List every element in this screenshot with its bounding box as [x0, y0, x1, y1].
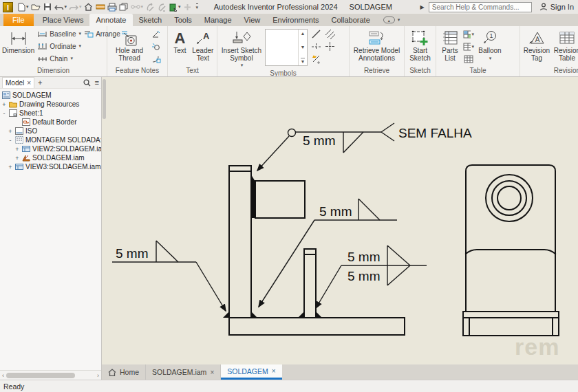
- weld-size-top[interactable]: 5 mm: [303, 133, 336, 148]
- dimension-panel-label[interactable]: Dimension: [0, 67, 107, 76]
- tree-item-drawing-resources[interactable]: + Drawing Resources: [0, 100, 101, 109]
- ribbon-display-options[interactable]: ▴ ▾: [383, 14, 400, 26]
- tab-annotate[interactable]: Annotate: [89, 14, 132, 26]
- bend-note-button[interactable]: [151, 54, 162, 64]
- redo-button[interactable]: ▾: [69, 1, 82, 12]
- inventor-logo-icon[interactable]: I: [3, 2, 13, 12]
- symbols-gallery-preview[interactable]: [266, 30, 298, 65]
- balloon-button[interactable]: 1 Balloon▾: [475, 28, 504, 67]
- start-sketch-button[interactable]: Start Sketch: [407, 28, 434, 67]
- general-table-button[interactable]: ▾: [463, 29, 474, 39]
- close-panel-icon[interactable]: ×: [27, 79, 31, 87]
- leader-text-button[interactable]: A Leader Text: [191, 28, 215, 67]
- hole-table-dropdown-icon[interactable]: ▾: [471, 44, 474, 50]
- sign-in-button[interactable]: Sign In: [539, 3, 574, 11]
- canvas-scrollbar-fragment[interactable]: [103, 79, 106, 119]
- tab-collaborate[interactable]: Collaborate: [325, 14, 376, 26]
- insert-sketch-symbol-button[interactable]: Insert Sketch Symbol▾: [220, 28, 264, 69]
- gallery-expand-icon[interactable]: ▼: [301, 58, 306, 64]
- browser-menu-icon[interactable]: ≡: [95, 78, 99, 87]
- sketch-panel-label[interactable]: Sketch: [405, 67, 436, 76]
- tree-item-iso[interactable]: + ISO: [0, 127, 101, 135]
- insert-sketch-symbol-dropdown-icon[interactable]: ▾: [241, 62, 244, 69]
- hole-table-button[interactable]: ▾: [463, 41, 474, 52]
- punch-note-button[interactable]: [151, 41, 162, 52]
- text-button[interactable]: A Text: [170, 28, 190, 67]
- caterpillar-icon[interactable]: [311, 29, 321, 42]
- new-file-button[interactable]: ▾: [17, 1, 29, 12]
- new-file-dropdown-icon[interactable]: ▾: [26, 4, 29, 10]
- undo-button[interactable]: ▾: [54, 1, 67, 12]
- center-mark-icon[interactable]: [325, 41, 335, 54]
- doc-tab-soldagem-iam[interactable]: SOLDAGEM.iam ×: [146, 364, 221, 380]
- tab-place-views[interactable]: Place Views: [36, 14, 90, 26]
- scroll-right-icon[interactable]: ›: [97, 372, 99, 379]
- general-table-dropdown-icon[interactable]: ▾: [471, 32, 474, 37]
- undo-dropdown-icon[interactable]: ▾: [65, 4, 67, 10]
- measure-button[interactable]: [96, 1, 105, 12]
- weld-size-double-bottom[interactable]: 5 mm: [347, 269, 381, 283]
- search-input[interactable]: [429, 2, 532, 12]
- balloon-dropdown-icon[interactable]: ▾: [489, 55, 492, 63]
- scrollbar-thumb[interactable]: [6, 373, 75, 378]
- ribbon-appearance-icon[interactable]: ▴: [383, 17, 395, 23]
- tree-item-view2[interactable]: + VIEW2:SOLDAGEM.iam: [0, 144, 101, 153]
- add-panel-icon[interactable]: +: [38, 78, 42, 87]
- expander-icon[interactable]: +: [8, 128, 13, 135]
- weld-tail-note[interactable]: SEM FALHA: [398, 126, 472, 140]
- expander-icon[interactable]: -: [1, 110, 7, 117]
- redo-dropdown-icon[interactable]: ▾: [79, 4, 82, 10]
- browser-horizontal-scrollbar[interactable]: ‹ ›: [0, 370, 101, 380]
- qat-customize-icon[interactable]: ▾: [196, 3, 199, 10]
- home-button[interactable]: [84, 1, 94, 12]
- hole-thread-button[interactable]: Hole and Thread: [109, 28, 149, 67]
- chamfer-note-button[interactable]: [151, 29, 162, 39]
- tab-sketch[interactable]: Sketch: [133, 14, 169, 26]
- ribbon-appearance-dropdown-icon[interactable]: ▾: [398, 17, 400, 23]
- table-panel-label[interactable]: Table: [436, 67, 520, 76]
- expander-icon[interactable]: +: [14, 146, 20, 153]
- scroll-left-icon[interactable]: ‹: [2, 372, 4, 379]
- add-quick-command-icon[interactable]: [183, 1, 193, 12]
- save-button[interactable]: [43, 1, 52, 12]
- model-panel-tab[interactable]: Model ×: [2, 77, 34, 88]
- tree-item-montagem[interactable]: - MONTAGEM SOLDADA:SOL: [0, 135, 101, 144]
- link-dropdown-icon[interactable]: ▾: [141, 4, 144, 10]
- retrieve-model-annotations-button[interactable]: Retrieve Model Annotations: [352, 28, 402, 67]
- expander-icon[interactable]: +: [14, 155, 20, 162]
- retrieve-panel-label[interactable]: Retrieve: [350, 67, 404, 76]
- baseline-button[interactable]: Baseline▾: [36, 28, 83, 40]
- revision-tag-button[interactable]: A Revision Tag: [522, 28, 551, 67]
- tree-item-soldagem-iam[interactable]: + SOLDAGEM.iam: [0, 153, 101, 162]
- weld-size-double-top[interactable]: 5 mm: [347, 250, 381, 264]
- chain-dropdown-icon[interactable]: ▾: [70, 56, 73, 61]
- new-sketch-symbol-icon[interactable]: [311, 54, 321, 67]
- feature-notes-panel-label[interactable]: Feature Notes: [107, 67, 167, 76]
- browser-search-icon[interactable]: [83, 79, 91, 87]
- weld-size-middle[interactable]: 5 mm: [319, 204, 352, 219]
- expander-icon[interactable]: +: [1, 101, 7, 108]
- drawing-canvas[interactable]: rem: [102, 77, 578, 364]
- link-button[interactable]: ▾: [131, 1, 144, 12]
- gallery-down-icon[interactable]: ▼: [301, 45, 306, 50]
- tab-view[interactable]: View: [238, 14, 267, 26]
- close-tab-icon[interactable]: ×: [272, 367, 276, 375]
- symbols-panel-label[interactable]: Symbols: [217, 69, 349, 78]
- open-button[interactable]: [31, 1, 41, 12]
- expander-icon[interactable]: +: [8, 164, 13, 171]
- search-collapse-icon[interactable]: ▶: [420, 4, 425, 10]
- parts-list-button[interactable]: Parts List: [438, 28, 462, 67]
- tab-file[interactable]: File: [3, 14, 34, 26]
- gallery-up-icon[interactable]: ▲: [301, 31, 306, 36]
- expander-icon[interactable]: -: [8, 137, 13, 144]
- copy-button[interactable]: [119, 1, 129, 12]
- local-update-button[interactable]: [145, 1, 155, 12]
- doc-tab-home[interactable]: Home: [102, 364, 146, 380]
- centerline-icon[interactable]: [311, 41, 321, 54]
- tree-item-view3[interactable]: + VIEW3:SOLDAGEM.iam: [0, 162, 101, 171]
- global-update-button[interactable]: [157, 1, 167, 12]
- revision-panel-label[interactable]: Revision: [520, 67, 578, 76]
- material-button[interactable]: ▾: [169, 1, 181, 12]
- text-panel-label[interactable]: Text: [168, 67, 217, 76]
- close-tab-icon[interactable]: ×: [210, 369, 214, 376]
